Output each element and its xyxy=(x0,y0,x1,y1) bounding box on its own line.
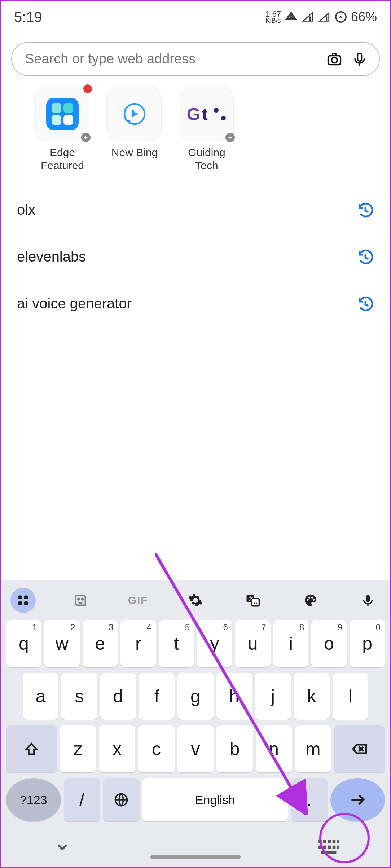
translate-icon[interactable]: 文A xyxy=(240,588,265,613)
history-row[interactable]: olx xyxy=(1,187,390,233)
battery-saver-icon xyxy=(334,10,347,23)
key-row-1: 1q 2w 3e 4r 5t 6y 7u 8i 9o 0p xyxy=(1,620,390,667)
key-r[interactable]: 4r xyxy=(120,620,156,667)
tile-guiding-tech[interactable]: Gt Guiding Tech xyxy=(174,87,239,172)
tile-icon-bing xyxy=(107,87,162,141)
key-c[interactable]: c xyxy=(138,725,175,772)
key-s[interactable]: s xyxy=(61,673,97,720)
keyboard-switch-icon[interactable] xyxy=(318,836,339,858)
history-clock-icon[interactable] xyxy=(357,295,374,312)
camera-icon[interactable] xyxy=(326,51,343,68)
key-j[interactable]: j xyxy=(255,673,291,720)
symbols-key[interactable]: ?123 xyxy=(6,778,61,821)
gesture-pill[interactable] xyxy=(150,855,241,859)
key-p[interactable]: 0p xyxy=(350,620,385,667)
history-clock-icon[interactable] xyxy=(357,248,374,266)
backspace-key[interactable] xyxy=(334,725,385,772)
key-w[interactable]: 2w xyxy=(44,620,80,667)
tile-edge-featured[interactable]: Edge Featured xyxy=(30,87,95,172)
notification-dot-icon xyxy=(83,84,92,93)
svg-text:文: 文 xyxy=(249,596,254,601)
key-k[interactable]: k xyxy=(294,673,329,720)
key-l[interactable]: l xyxy=(333,673,368,720)
svg-point-4 xyxy=(331,57,337,63)
key-row-bottom: ?123 / English . xyxy=(1,778,390,821)
key-q[interactable]: 1q xyxy=(6,620,41,667)
svg-text:t: t xyxy=(202,104,208,124)
svg-rect-10 xyxy=(63,115,73,125)
key-e[interactable]: 3e xyxy=(83,620,118,667)
collapse-keyboard-icon[interactable] xyxy=(52,836,73,858)
space-key[interactable]: English xyxy=(142,778,288,821)
slash-key[interactable]: / xyxy=(64,778,100,821)
key-v[interactable]: v xyxy=(177,725,214,772)
svg-rect-34 xyxy=(328,840,331,843)
mic-icon[interactable] xyxy=(351,51,368,68)
sticker-icon[interactable] xyxy=(68,588,93,613)
gif-button[interactable]: GIF xyxy=(126,588,151,613)
svg-text:!: ! xyxy=(309,16,311,22)
key-b[interactable]: b xyxy=(216,725,253,772)
svg-point-21 xyxy=(82,598,83,600)
status-time: 5:19 xyxy=(14,9,42,25)
svg-rect-5 xyxy=(358,53,362,61)
key-x[interactable]: x xyxy=(99,725,135,772)
enter-key[interactable] xyxy=(330,778,385,821)
key-m[interactable]: m xyxy=(295,725,331,772)
search-input[interactable] xyxy=(25,51,318,67)
key-z[interactable]: z xyxy=(60,725,96,772)
apps-grid-icon[interactable] xyxy=(10,588,36,613)
tile-icon-edge xyxy=(35,87,89,141)
history-list: olx elevenlabs ai voice generator xyxy=(1,187,390,327)
pin-icon xyxy=(225,132,236,143)
key-y[interactable]: 6y xyxy=(197,620,232,667)
key-a[interactable]: a xyxy=(23,673,58,720)
wifi-icon xyxy=(285,10,298,23)
key-row-3: z x c v b n m xyxy=(1,725,390,772)
svg-point-15 xyxy=(221,115,226,120)
history-row[interactable]: ai voice generator xyxy=(1,280,390,327)
system-nav-bar xyxy=(1,827,390,867)
svg-rect-40 xyxy=(333,846,336,849)
signal-2-icon: ! xyxy=(318,10,331,23)
palette-icon[interactable] xyxy=(298,588,323,613)
key-u[interactable]: 7u xyxy=(235,620,271,667)
mic-icon[interactable] xyxy=(355,588,381,613)
tile-label: New Bing xyxy=(102,146,167,159)
key-t[interactable]: 5t xyxy=(159,620,194,667)
on-screen-keyboard: GIF 文A 1q 2w 3e 4r 5t 6y 7u 8i 9o 0p a s… xyxy=(1,580,390,867)
tile-label: Guiding Tech xyxy=(174,146,239,172)
svg-point-27 xyxy=(308,597,310,599)
svg-rect-42 xyxy=(321,851,337,854)
svg-rect-41 xyxy=(337,846,339,849)
history-row[interactable]: elevenlabs xyxy=(1,233,390,280)
svg-point-26 xyxy=(307,599,308,601)
svg-rect-33 xyxy=(323,840,326,843)
keyboard-toolbar: GIF 文A xyxy=(1,580,390,620)
omnibox[interactable] xyxy=(11,42,380,76)
history-clock-icon[interactable] xyxy=(357,201,374,219)
svg-rect-35 xyxy=(333,840,336,843)
status-bar: 5:19 1.67 KiB/s ! ! 66% xyxy=(1,1,390,33)
shift-key[interactable] xyxy=(6,725,57,772)
globe-key[interactable] xyxy=(103,778,140,821)
svg-point-14 xyxy=(214,108,219,112)
svg-rect-9 xyxy=(52,115,61,125)
key-h[interactable]: h xyxy=(216,673,252,720)
svg-text:A: A xyxy=(254,600,258,605)
svg-rect-19 xyxy=(24,601,28,605)
speed-value: 1.67 xyxy=(265,10,281,18)
key-o[interactable]: 9o xyxy=(311,620,347,667)
key-g[interactable]: g xyxy=(177,673,213,720)
status-right: 1.67 KiB/s ! ! 66% xyxy=(265,9,377,25)
key-d[interactable]: d xyxy=(100,673,136,720)
key-i[interactable]: 8i xyxy=(273,620,309,667)
key-f[interactable]: f xyxy=(139,673,175,720)
key-row-2: a s d f g h j k l xyxy=(1,673,390,720)
period-key[interactable]: . xyxy=(291,778,328,821)
settings-gear-icon[interactable] xyxy=(183,588,208,613)
svg-rect-36 xyxy=(337,840,339,843)
key-n[interactable]: n xyxy=(256,725,292,772)
tile-icon-gt: Gt xyxy=(180,87,234,141)
tile-new-bing[interactable]: New Bing xyxy=(102,87,167,172)
